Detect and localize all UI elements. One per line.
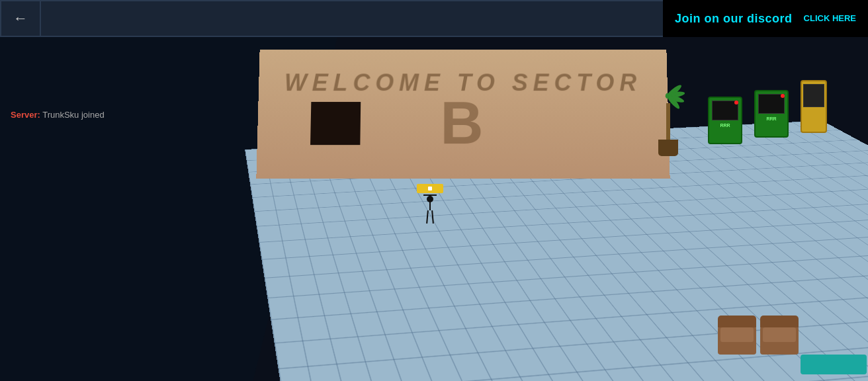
char-left-leg [426, 210, 429, 224]
back-button[interactable]: ← [0, 0, 41, 37]
discord-join-text: Join on our discord [675, 12, 793, 26]
character-badge [417, 184, 443, 193]
arcade-machine-2: RRR [754, 90, 789, 138]
server-message-text: TrunkSku joined [40, 110, 105, 120]
palm-trunk [666, 103, 670, 143]
game-scene: Server: TrunkSku joined WELCOME TO SECTO… [0, 37, 868, 381]
game-wall: WELCOME TO SECTOR B [256, 50, 670, 179]
arcade-label-1: RRR [720, 123, 730, 128]
arcade-label-2: RRR [766, 116, 776, 121]
teal-mat [801, 355, 867, 374]
char-head [427, 196, 433, 202]
sofa-2 [760, 325, 799, 355]
char-legs [423, 210, 437, 224]
discord-banner[interactable]: Join on our discord CLICK HERE [663, 0, 868, 37]
sofa-group [718, 325, 799, 355]
palm-pot [658, 140, 678, 156]
char-right-leg [431, 210, 434, 224]
wall-window [310, 102, 361, 145]
back-arrow-icon: ← [13, 10, 28, 27]
sofa-1 [718, 325, 756, 355]
server-label: Server: [11, 110, 40, 120]
palm-tree [655, 90, 681, 156]
arcade-machine-1: RRR [708, 97, 742, 144]
player-character [423, 196, 437, 239]
click-here-text: CLICK HERE [804, 13, 856, 24]
server-message: Server: TrunkSku joined [11, 110, 105, 120]
arcade-machine-3 [801, 80, 827, 133]
